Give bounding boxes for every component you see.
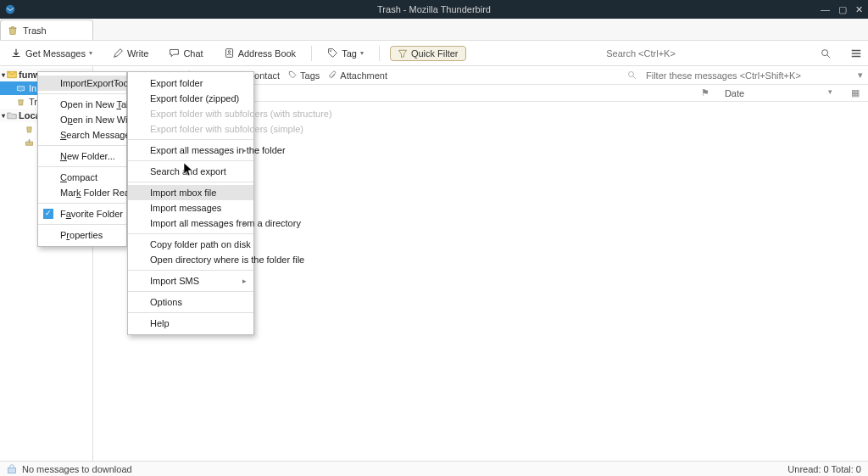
- trash-icon: [15, 97, 25, 107]
- tab-trash[interactable]: Trash: [0, 20, 93, 40]
- tag-icon: [327, 48, 338, 59]
- address-book-button[interactable]: Address Book: [219, 45, 301, 61]
- get-messages-label: Get Messages: [25, 48, 86, 59]
- import-export-menu-item[interactable]: Export all messages in the folder: [128, 143, 253, 158]
- import-export-submenu: Export folderExport folder (zipped)Expor…: [127, 71, 254, 335]
- quick-filter-button[interactable]: Quick Filter: [390, 46, 466, 61]
- import-export-menu-item[interactable]: Import mbox file: [128, 185, 253, 200]
- folder-menu-item[interactable]: Open in New Window: [38, 112, 126, 127]
- folder-menu-item[interactable]: ImportExportTools NG: [38, 76, 126, 91]
- chevron-down-icon[interactable]: ▾: [858, 70, 863, 81]
- folder-context-menu: ImportExportTools NGOpen in New TabOpen …: [37, 71, 127, 247]
- folder-menu-item[interactable]: Open in New Tab: [38, 97, 126, 112]
- folder-menu-item[interactable]: Search Messages...: [38, 127, 126, 143]
- inbox-icon: [15, 83, 25, 93]
- window-minimize-button[interactable]: —: [821, 4, 830, 15]
- chat-button[interactable]: Chat: [164, 45, 208, 61]
- import-export-menu-item[interactable]: Export folder: [128, 76, 253, 91]
- status-icon: [7, 464, 17, 474]
- expand-icon: ▾: [2, 112, 5, 120]
- write-button[interactable]: Write: [108, 45, 153, 61]
- main-toolbar: Get Messages ▾ Write Chat Address Book T…: [0, 41, 868, 66]
- hamburger-menu-icon[interactable]: [849, 47, 863, 60]
- pencil-icon: [113, 48, 124, 59]
- trash-icon: [8, 25, 18, 36]
- folder-menu-item[interactable]: Favorite Folder: [38, 206, 126, 221]
- column-date[interactable]: Date: [709, 88, 828, 98]
- import-export-menu-item[interactable]: Open directory where is the folder file: [128, 252, 253, 267]
- chevron-down-icon: ▾: [89, 49, 92, 57]
- window-titlebar: Trash - Mozilla Thunderbird — ▢ ✕: [0, 0, 868, 19]
- filter-icon: [398, 48, 408, 59]
- search-input[interactable]: [480, 45, 802, 62]
- folder-menu-item[interactable]: Properties: [38, 227, 126, 243]
- tab-strip: Trash: [0, 19, 868, 41]
- window-close-button[interactable]: ✕: [855, 4, 863, 15]
- svg-point-2: [228, 51, 230, 53]
- mail-icon: [7, 70, 17, 80]
- window-title: Trash - Mozilla Thunderbird: [377, 4, 491, 14]
- app-icon: [5, 4, 15, 14]
- expand-icon: ▾: [2, 71, 5, 79]
- filter-tags[interactable]: Tags: [288, 70, 320, 81]
- filter-attachment[interactable]: Attachment: [328, 70, 387, 81]
- status-bar: No messages to download Unread: 0 Total:…: [0, 461, 868, 476]
- column-picker-icon[interactable]: ▦: [851, 87, 860, 98]
- junk-column-icon[interactable]: ⚑: [701, 87, 709, 98]
- outbox-icon: [24, 137, 34, 148]
- filter-tags-label: Tags: [300, 70, 320, 81]
- filter-messages-input[interactable]: [646, 70, 849, 81]
- svg-point-8: [629, 71, 634, 76]
- toolbar-separator: [379, 46, 380, 61]
- search-icon: [627, 70, 637, 81]
- import-export-menu-item[interactable]: Import SMS: [128, 273, 253, 288]
- import-export-menu-item[interactable]: Help: [128, 316, 253, 331]
- svg-point-4: [822, 49, 828, 55]
- folder-menu-item[interactable]: New Folder...: [38, 148, 126, 164]
- tag-button[interactable]: Tag ▾: [322, 45, 369, 61]
- download-icon: [10, 48, 22, 59]
- address-book-label: Address Book: [238, 48, 296, 59]
- svg-point-3: [330, 50, 331, 52]
- chevron-down-icon: ▾: [360, 49, 364, 57]
- import-export-menu-item[interactable]: Copy folder path on disk: [128, 237, 253, 252]
- tag-label: Tag: [342, 48, 357, 59]
- trash-icon: [24, 124, 34, 134]
- chevron-down-icon[interactable]: ▾: [828, 87, 832, 98]
- folder-icon: [7, 110, 17, 120]
- window-maximize-button[interactable]: ▢: [838, 4, 847, 15]
- svg-rect-9: [8, 468, 16, 473]
- status-text: No messages to download: [22, 464, 132, 474]
- get-messages-button[interactable]: Get Messages ▾: [5, 45, 97, 62]
- import-export-menu-item: Export folder with subfolders (simple): [128, 121, 253, 137]
- search-icon[interactable]: [819, 47, 832, 60]
- import-export-menu-item: Export folder with subfolders (with stru…: [128, 106, 253, 121]
- folder-menu-item[interactable]: Mark Folder Read: [38, 185, 126, 200]
- quick-filter-label: Quick Filter: [411, 48, 459, 59]
- toolbar-separator: [311, 46, 312, 61]
- import-export-menu-item[interactable]: Options: [128, 294, 253, 310]
- import-export-menu-item[interactable]: Search and export: [128, 164, 253, 179]
- status-counts: Unread: 0 Total: 0: [787, 464, 861, 474]
- svg-point-0: [6, 5, 15, 14]
- chat-label: Chat: [183, 48, 203, 59]
- write-label: Write: [127, 48, 148, 59]
- filter-attachment-label: Attachment: [340, 70, 387, 81]
- address-book-icon: [224, 48, 235, 59]
- tab-label: Trash: [23, 25, 47, 36]
- chat-icon: [169, 48, 180, 59]
- import-export-menu-item[interactable]: Import messages: [128, 200, 253, 216]
- import-export-menu-item[interactable]: Export folder (zipped): [128, 91, 253, 106]
- folder-menu-item[interactable]: Compact: [38, 170, 126, 185]
- global-search[interactable]: [480, 45, 802, 62]
- import-export-menu-item[interactable]: Import all messages from a directory: [128, 216, 253, 231]
